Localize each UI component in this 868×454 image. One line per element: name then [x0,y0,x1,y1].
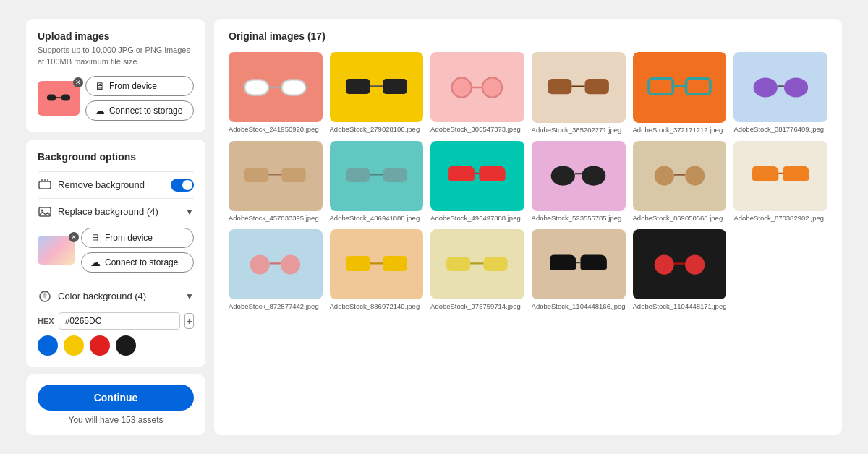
image-item[interactable]: AdobeStock_1104448166.jpeg [532,229,626,310]
svg-rect-51 [484,257,508,271]
image-thumbnail [330,52,424,122]
continue-button[interactable]: Continue [38,385,194,411]
gallery-title: Original images (17) [229,30,827,42]
image-item[interactable]: AdobeStock_1104448171.jpeg [633,229,727,310]
replace-cloud-icon: ☁ [90,257,101,268]
image-thumbnail [330,229,424,299]
image-thumbnail [430,229,524,299]
image-label: AdobeStock_872877442.jpeg [229,302,323,310]
svg-rect-0 [47,94,56,100]
from-device-button[interactable]: 🖥 From device [85,76,194,96]
image-item[interactable]: AdobeStock_300547373.jpeg [430,52,524,133]
svg-rect-31 [282,168,306,183]
upload-title: Upload images [38,30,194,42]
image-item[interactable]: AdobeStock_365202271.jpeg [532,52,626,133]
image-thumbnail [633,229,727,299]
svg-point-44 [250,254,270,274]
svg-point-27 [753,77,777,97]
svg-rect-11 [282,80,306,95]
svg-rect-22 [585,79,609,94]
color-sub-section: HEX + [38,309,194,356]
image-thumbnail [430,52,524,122]
swatch-blue[interactable] [38,335,58,356]
image-label: AdobeStock_496497888.jpeg [430,214,524,222]
color-swatches [38,335,194,356]
image-label: AdobeStock_486941888.jpeg [330,214,424,222]
replace-connect-storage-button[interactable]: ☁ Connect to storage [81,252,194,273]
image-thumbnail [633,52,727,122]
hex-row: HEX + [38,312,194,330]
replace-thumb-close[interactable]: ✕ [69,232,79,242]
image-item[interactable]: AdobeStock_869050568.jpeg [633,141,727,222]
svg-rect-3 [39,181,51,189]
hex-label: HEX [38,317,54,325]
image-item[interactable]: AdobeStock_975759714.jpeg [430,229,524,310]
replace-thumb: ✕ [38,236,75,265]
image-thumbnail [532,52,626,122]
image-label: AdobeStock_975759714.jpeg [430,302,524,310]
svg-point-54 [655,254,674,274]
image-item[interactable]: AdobeStock_886972140.jpeg [330,229,424,310]
hex-plus-button[interactable]: + [184,313,194,329]
swatch-black[interactable] [116,335,136,356]
svg-point-28 [784,77,808,97]
image-label: AdobeStock_1104448166.jpeg [532,302,626,310]
image-item[interactable]: AdobeStock_496497888.jpeg [430,141,524,222]
bg-options-title: Background options [38,151,194,163]
image-item[interactable]: AdobeStock_381776409.jpeg [733,52,827,133]
upload-thumb-close[interactable]: ✕ [73,77,83,87]
hex-input[interactable] [59,312,180,330]
image-label: AdobeStock_279028106.jpeg [330,125,424,133]
replace-sub-section: ✕ 🖥 From device ☁ Connect to storage [38,228,194,283]
svg-point-40 [655,166,674,186]
svg-rect-15 [346,79,370,94]
image-item[interactable]: AdobeStock_372171212.jpeg [633,52,727,133]
image-label: AdobeStock_300547373.jpeg [430,125,524,133]
color-bg-chevron[interactable]: ▼ [185,291,194,301]
color-bg-row: Color background (4) ▼ [38,283,194,309]
svg-point-55 [685,254,705,274]
image-grid: AdobeStock_241950920.jpeg AdobeStock_279… [229,52,827,310]
replace-thumb-row: ✕ 🖥 From device ☁ Connect to storage [38,228,194,273]
svg-point-38 [582,166,605,186]
image-item[interactable]: AdobeStock_486941888.jpeg [330,141,424,222]
svg-point-19 [482,77,502,97]
replace-bg-row: Replace background (4) ▼ [38,198,194,225]
svg-point-41 [685,166,705,186]
upload-buttons: 🖥 From device ☁ Connect to storage [85,76,194,121]
svg-rect-30 [244,168,268,183]
image-label: AdobeStock_886972140.jpeg [330,302,424,310]
image-thumbnail [229,229,323,299]
upload-preview-row: ✕ 🖥 From device ☁ Connect to storage [38,76,194,121]
image-item[interactable]: AdobeStock_872877442.jpeg [229,229,323,310]
svg-point-37 [551,166,575,186]
swatch-red[interactable] [90,335,110,356]
replace-from-device-button[interactable]: 🖥 From device [81,228,194,248]
remove-icon-svg [38,179,51,192]
connect-storage-button[interactable]: ☁ Connect to storage [85,100,194,121]
image-label: AdobeStock_870382902.jpeg [733,214,827,222]
image-item[interactable]: AdobeStock_870382902.jpeg [733,141,827,222]
replace-bg-chevron[interactable]: ▼ [185,207,194,217]
image-label: AdobeStock_869050568.jpeg [633,214,727,222]
image-item[interactable]: AdobeStock_523555785.jpeg [532,141,626,222]
image-label: AdobeStock_372171212.jpeg [633,126,727,134]
image-thumbnail [733,141,827,211]
remove-bg-toggle[interactable] [171,179,194,192]
remove-bg-label: Remove background [58,179,165,190]
replace-bg-icon [38,205,52,219]
app-container: Upload images Supports up to 10,000 JPG … [14,7,854,447]
replace-upload-buttons: 🖥 From device ☁ Connect to storage [81,228,194,273]
replace-icon-svg [38,205,51,218]
image-item[interactable]: AdobeStock_241950920.jpeg [229,52,323,133]
right-panel: Original images (17) AdobeStock_24195092… [214,19,842,435]
sunglasses-thumb-icon [46,92,72,105]
image-label: AdobeStock_457033395.jpeg [229,214,323,222]
swatch-yellow[interactable] [64,335,84,356]
image-label: AdobeStock_381776409.jpeg [733,125,827,133]
color-icon-svg [38,290,51,303]
image-item[interactable]: AdobeStock_457033395.jpeg [229,141,323,222]
image-item[interactable]: AdobeStock_279028106.jpeg [330,52,424,133]
monitor-icon: 🖥 [95,80,105,92]
svg-rect-48 [383,255,407,270]
